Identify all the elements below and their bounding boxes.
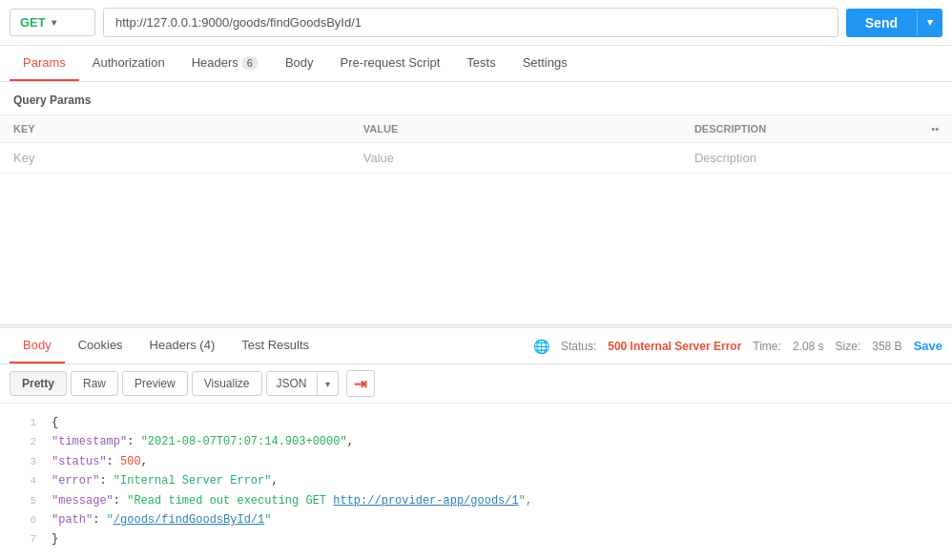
link-path[interactable]: /goods/findGoodsById/1: [114, 513, 264, 527]
raw-btn[interactable]: Raw: [71, 371, 118, 396]
code-line-2: 2 "timestamp": "2021-08-07T07:07:14.903+…: [0, 432, 952, 451]
save-button[interactable]: Save: [914, 339, 942, 353]
headers-badge: 6: [241, 56, 259, 70]
link-provider-app[interactable]: http://provider-app/goods/1: [333, 494, 518, 508]
time-value: 2.08 s: [793, 340, 824, 353]
size-label: Size:: [836, 340, 861, 353]
method-select[interactable]: GET ▾: [10, 9, 95, 36]
query-params-title: Query Params: [0, 82, 952, 114]
code-line-7: 7 }: [0, 529, 952, 549]
url-input[interactable]: [103, 8, 838, 37]
tab-prerequest[interactable]: Pre-request Script: [327, 46, 454, 81]
send-dropdown-arrow[interactable]: ▾: [917, 10, 942, 35]
size-value: 358 B: [872, 340, 901, 353]
col-header-more: ••: [918, 115, 952, 143]
tab-response-headers[interactable]: Headers (4): [136, 328, 229, 363]
pretty-btn[interactable]: Pretty: [10, 371, 67, 396]
table-row: Key Value Description: [0, 143, 952, 174]
request-tabs: Params Authorization Headers6 Body Pre-r…: [0, 46, 952, 82]
wrap-icon: ⇥: [354, 375, 366, 393]
send-label: Send: [846, 9, 917, 37]
tab-headers[interactable]: Headers6: [178, 46, 272, 81]
col-header-desc: DESCRIPTION: [681, 115, 918, 143]
preview-btn[interactable]: Preview: [122, 371, 188, 396]
code-line-3: 3 "status": 500,: [0, 452, 952, 471]
response-body: 1 { 2 "timestamp": "2021-08-07T07:07:14.…: [0, 404, 952, 559]
send-button[interactable]: Send ▾: [846, 9, 942, 37]
tab-params[interactable]: Params: [10, 46, 79, 81]
tab-body[interactable]: Body: [272, 46, 327, 81]
code-line-4: 4 "error": "Internal Server Error",: [0, 471, 952, 490]
globe-icon: 🌐: [533, 339, 549, 354]
status-label: Status:: [561, 340, 596, 353]
tab-headers-label: Headers: [192, 55, 238, 70]
col-header-key: KEY: [0, 115, 350, 143]
key-cell[interactable]: Key: [0, 143, 350, 174]
params-table: KEY VALUE DESCRIPTION •• Key Value Descr…: [0, 114, 952, 174]
format-select[interactable]: JSON ▾: [266, 371, 339, 396]
response-toolbar: Pretty Raw Preview Visualize JSON ▾ ⇥: [0, 364, 952, 404]
wrap-button[interactable]: ⇥: [346, 370, 375, 397]
tab-test-results[interactable]: Test Results: [228, 328, 322, 363]
format-arrow[interactable]: ▾: [317, 374, 338, 394]
value-cell[interactable]: Value: [350, 143, 681, 174]
visualize-btn[interactable]: Visualize: [192, 371, 262, 396]
format-label: JSON: [267, 372, 317, 395]
method-arrow: ▾: [52, 17, 56, 28]
method-label: GET: [20, 15, 46, 30]
response-tabs: Body Cookies Headers (4) Test Results 🌐 …: [0, 328, 952, 364]
tab-settings[interactable]: Settings: [509, 46, 581, 81]
status-value: 500 Internal Server Error: [608, 340, 741, 353]
request-bar: GET ▾ Send ▾: [0, 0, 952, 46]
tab-tests[interactable]: Tests: [453, 46, 508, 81]
tab-response-body[interactable]: Body: [10, 328, 65, 363]
code-line-5: 5 "message": "Read timed out executing G…: [0, 491, 952, 510]
desc-cell[interactable]: Description: [681, 143, 918, 174]
code-line-6: 6 "path": "/goods/findGoodsById/1": [0, 510, 952, 529]
row-more: [918, 143, 952, 174]
status-bar: 🌐 Status: 500 Internal Server Error Time…: [533, 339, 942, 354]
code-line-1: 1 {: [0, 413, 952, 432]
col-header-value: VALUE: [350, 115, 681, 143]
time-label: Time:: [753, 340, 781, 353]
tab-authorization[interactable]: Authorization: [79, 46, 178, 81]
tab-cookies[interactable]: Cookies: [65, 328, 136, 363]
